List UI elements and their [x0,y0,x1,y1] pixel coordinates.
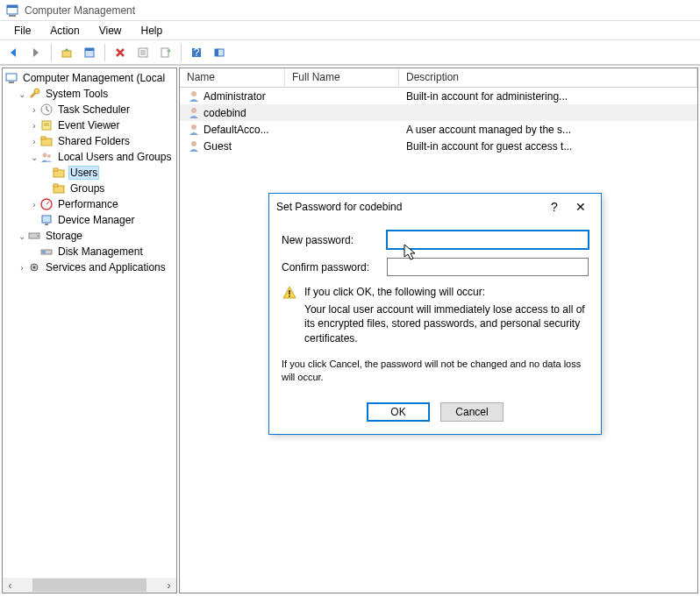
svg-text:?: ? [194,46,200,59]
toolbar-separator [181,44,182,61]
tree-label: Services and Applications [44,261,168,274]
expander-icon[interactable]: ⌄ [17,231,27,241]
folder-icon [52,166,66,180]
dialog-titlebar[interactable]: Set Password for codebind ? ✕ [269,194,601,220]
menubar: File Action View Help [0,21,700,40]
expander-icon[interactable]: › [29,200,39,210]
user-row[interactable]: AdministratorBuilt-in account for admini… [180,88,697,104]
menu-view[interactable]: View [90,23,131,39]
svg-rect-29 [54,184,58,187]
user-row[interactable]: DefaultAcco...A user account managed by … [180,121,697,138]
warning-icon [282,285,297,345]
user-name: Guest [204,140,232,153]
confirm-password-input[interactable] [387,258,589,276]
export-button[interactable] [156,43,175,62]
tree-root[interactable]: Computer Management (Local [4,70,175,86]
column-description[interactable]: Description [399,68,697,87]
svg-rect-3 [62,51,71,57]
expander-icon[interactable]: ⌄ [17,89,27,99]
column-name[interactable]: Name [180,68,285,87]
dialog-help-button[interactable]: ? [541,194,568,220]
ok-button[interactable]: OK [367,402,430,422]
delete-button[interactable] [111,43,130,62]
menu-action[interactable]: Action [41,23,88,39]
expander-icon[interactable]: › [29,105,39,115]
properties-button[interactable] [80,43,99,62]
scroll-left-arrow[interactable]: ‹ [3,578,18,593]
menu-file[interactable]: File [5,23,39,39]
dialog-close-button[interactable]: ✕ [568,194,594,220]
tree-disk-management[interactable]: Disk Management [4,244,175,259]
svg-rect-5 [85,48,94,51]
help-button[interactable]: ? [187,43,206,62]
svg-point-40 [191,108,196,113]
user-row[interactable]: codebind [180,104,697,121]
expander-icon[interactable]: › [29,137,39,146]
svg-rect-31 [42,216,51,223]
task-scheduler-icon [39,103,54,117]
tree-task-scheduler[interactable]: › Task Scheduler [4,102,175,117]
svg-rect-16 [9,82,14,83]
device-manager-icon [39,213,54,227]
svg-rect-1 [7,5,18,8]
tree-users[interactable]: Users [4,165,175,181]
user-name: codebind [204,107,246,119]
tree-label: Event Viewer [56,119,121,131]
window-title: Computer Management [25,4,135,17]
svg-rect-2 [9,15,16,17]
local-users-groups-icon [39,150,54,164]
set-password-dialog: Set Password for codebind ? ✕ New passwo… [268,193,602,435]
tree-groups[interactable]: Groups [4,181,175,196]
svg-rect-14 [215,49,218,56]
user-row[interactable]: GuestBuilt-in account for guest access t… [180,138,697,154]
tree-horizontal-scrollbar[interactable]: ‹ › [3,578,176,593]
tree-label: System Tools [44,88,110,100]
tree-label: Task Scheduler [56,103,132,116]
window-titlebar: Computer Management [0,0,700,21]
tree-label: Storage [44,230,84,242]
performance-icon [39,197,54,211]
tree-shared-folders[interactable]: › Shared Folders [4,133,175,149]
new-password-input[interactable] [387,231,589,249]
warning-body: Your local user account will immediately… [304,302,589,345]
tree-event-viewer[interactable]: › Event Viewer [4,117,175,133]
svg-point-39 [191,91,196,96]
toolbar-separator [104,44,105,61]
dialog-title: Set Password for codebind [276,201,541,213]
user-description: A user account managed by the s... [399,124,697,136]
tree-device-manager[interactable]: Device Manager [4,212,175,228]
scroll-right-arrow[interactable]: › [161,578,176,593]
svg-point-34 [37,235,39,237]
svg-rect-10 [161,48,168,57]
back-button[interactable] [4,43,23,62]
user-icon [187,89,201,103]
tree-label: Shared Folders [56,135,132,147]
scroll-thumb[interactable] [32,579,146,592]
tree-storage[interactable]: ⌄ Storage [4,228,175,244]
svg-rect-27 [54,168,58,171]
show-hide-button[interactable] [210,43,229,62]
tree-system-tools[interactable]: ⌄ System Tools [4,86,175,102]
svg-point-38 [33,266,36,269]
user-icon [187,106,201,120]
tree-performance[interactable]: › Performance [4,196,175,212]
tree-local-users-groups[interactable]: ⌄ Local Users and Groups [4,149,175,165]
column-fullname[interactable]: Full Name [285,68,399,87]
forward-button[interactable] [26,43,46,62]
refresh-button[interactable] [133,43,153,62]
up-button[interactable] [57,43,76,62]
svg-rect-36 [42,251,46,253]
tree-label: Users [68,166,99,180]
expander-icon[interactable]: ⌄ [29,153,39,162]
tree-label: Performance [56,198,120,210]
tree-label: Local Users and Groups [56,151,173,163]
cancel-button[interactable]: Cancel [440,402,504,422]
shared-folders-icon [39,134,54,148]
expander-icon[interactable]: › [17,263,27,273]
toolbar-separator [51,44,52,61]
expander-icon[interactable]: › [29,121,39,131]
tree-services-apps[interactable]: › Services and Applications [4,259,175,275]
user-name: DefaultAcco... [204,124,269,136]
menu-help[interactable]: Help [132,23,172,39]
svg-point-24 [43,153,47,158]
